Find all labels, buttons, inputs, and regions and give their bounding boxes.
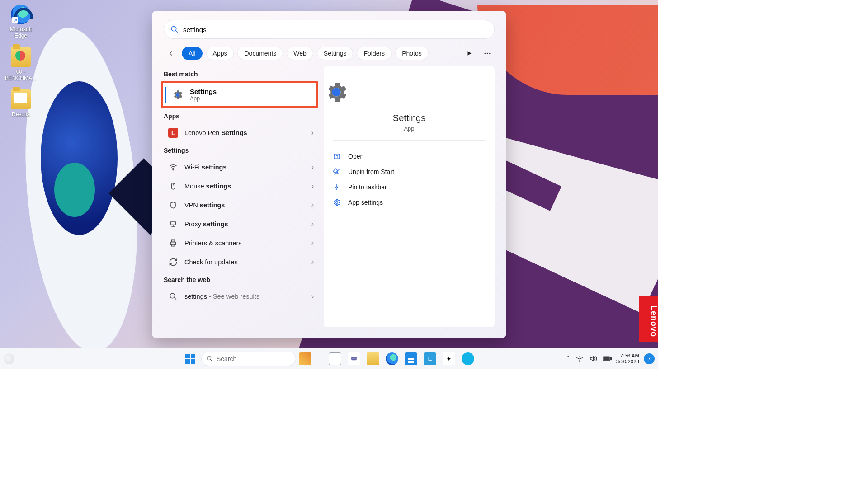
chevron-right-icon: › xyxy=(311,220,314,228)
section-apps: Apps xyxy=(164,113,318,120)
back-button[interactable] xyxy=(164,46,178,61)
desktop-icon-results[interactable]: Results xyxy=(3,89,39,117)
filter-all[interactable]: All xyxy=(182,47,203,60)
play-icon xyxy=(466,50,472,56)
start-button[interactable] xyxy=(182,351,198,367)
unpin-icon xyxy=(333,168,341,176)
folder-icon xyxy=(367,352,379,365)
section-settings: Settings xyxy=(164,147,318,154)
svg-point-22 xyxy=(336,202,338,204)
desktop-icon-edge[interactable]: ↗ Microsoft Edge xyxy=(3,5,39,39)
svg-point-7 xyxy=(173,169,174,170)
svg-point-4 xyxy=(487,53,488,54)
mouse-icon xyxy=(168,181,178,191)
task-view-button[interactable] xyxy=(327,351,343,367)
filter-photos[interactable]: Photos xyxy=(395,47,429,60)
app-icon: ✦ xyxy=(443,352,455,365)
filter-settings[interactable]: Settings xyxy=(317,47,354,60)
chevron-right-icon: › xyxy=(311,182,314,190)
notification-count[interactable]: 7 xyxy=(644,353,655,364)
desktop-icon-label: Results xyxy=(3,111,39,117)
gear-icon xyxy=(172,89,184,101)
svg-point-0 xyxy=(171,26,176,31)
result-vpn-settings[interactable]: VPN settings › xyxy=(164,196,318,215)
lenovo-app-icon: L xyxy=(168,128,178,138)
best-match-settings[interactable]: Settings App xyxy=(161,81,318,108)
search-icon xyxy=(206,355,213,362)
section-best-match: Best match xyxy=(164,70,318,78)
battery-icon[interactable] xyxy=(603,356,612,362)
file-explorer-button[interactable] xyxy=(365,351,381,367)
chevron-up-icon[interactable]: ˄ xyxy=(566,355,570,363)
more-options-button[interactable] xyxy=(480,46,495,61)
volume-icon[interactable] xyxy=(589,355,597,363)
cortana-button[interactable] xyxy=(460,351,476,367)
action-open[interactable]: Open xyxy=(324,149,495,164)
start-search-flyout: All Apps Documents Web Settings Folders … xyxy=(152,11,506,338)
taskbar-search[interactable]: Search xyxy=(201,352,296,366)
chevron-right-icon: › xyxy=(311,201,314,209)
system-tray[interactable]: ˄ xyxy=(566,355,612,363)
taskbar: Search L ✦ ˄ 7:36 AM 3/30/2023 7 xyxy=(0,348,658,369)
search-bar[interactable] xyxy=(164,20,495,39)
lenovo-l-icon: L xyxy=(424,352,436,365)
result-proxy-settings[interactable]: Proxy settings › xyxy=(164,215,318,234)
chevron-right-icon: › xyxy=(311,239,314,247)
chevron-right-icon: › xyxy=(311,163,314,171)
store-button[interactable] xyxy=(403,351,419,367)
taskbar-widgets[interactable] xyxy=(299,352,324,365)
svg-point-3 xyxy=(484,53,486,54)
svg-rect-10 xyxy=(171,221,176,225)
filter-apps[interactable]: Apps xyxy=(206,47,234,60)
result-check-updates[interactable]: Check for updates › xyxy=(164,253,318,272)
svg-line-17 xyxy=(174,297,176,300)
search-input[interactable] xyxy=(183,26,488,33)
unknown-app-button[interactable]: ✦ xyxy=(441,351,457,367)
result-lenovo-pen-settings[interactable]: L Lenovo Pen Settings › xyxy=(164,123,318,142)
desktop-icon-benchma[interactable]: 00 - BENCHMA... xyxy=(3,47,39,81)
svg-marker-29 xyxy=(590,356,594,361)
gear-icon xyxy=(333,198,341,206)
chat-button[interactable] xyxy=(346,351,362,367)
pin-icon xyxy=(333,183,341,191)
preview-subtitle: App xyxy=(324,125,495,132)
windows-logo-icon xyxy=(185,354,195,364)
filter-folders[interactable]: Folders xyxy=(357,47,392,60)
chevron-right-icon: › xyxy=(311,292,314,300)
more-horizontal-icon xyxy=(483,49,491,57)
filter-row: All Apps Documents Web Settings Folders … xyxy=(164,46,495,61)
wifi-icon xyxy=(168,162,178,172)
results-column: Best match Settings App Apps L Lenovo Pe… xyxy=(164,66,324,327)
svg-rect-32 xyxy=(604,357,609,360)
result-printers-scanners[interactable]: Printers & scanners › xyxy=(164,234,318,253)
result-wifi-settings[interactable]: Wi-Fi settings › xyxy=(164,158,318,177)
result-web-search[interactable]: settings - See web results › xyxy=(164,287,318,306)
filter-documents[interactable]: Documents xyxy=(237,47,283,60)
filter-web[interactable]: Web xyxy=(287,47,313,60)
edge-button[interactable] xyxy=(384,351,400,367)
taskbar-weather[interactable] xyxy=(4,353,14,364)
action-pin-to-taskbar[interactable]: Pin to taskbar xyxy=(324,179,495,195)
weather-icon xyxy=(4,353,14,364)
search-highlights-button[interactable] xyxy=(462,46,476,61)
taskbar-clock[interactable]: 7:36 AM 3/30/2023 xyxy=(616,353,639,365)
shield-icon xyxy=(168,200,178,210)
wifi-icon[interactable] xyxy=(576,355,584,363)
arrow-left-icon xyxy=(167,49,175,57)
lenovo-app-button[interactable]: L xyxy=(422,351,438,367)
gear-icon xyxy=(324,80,349,105)
svg-point-27 xyxy=(355,358,356,359)
action-unpin-from-start[interactable]: Unpin from Start xyxy=(324,164,495,179)
result-mouse-settings[interactable]: Mouse settings › xyxy=(164,177,318,196)
svg-point-28 xyxy=(579,361,580,361)
svg-point-23 xyxy=(207,356,211,360)
svg-rect-19 xyxy=(334,154,340,159)
svg-point-26 xyxy=(353,358,354,359)
folder-icon xyxy=(11,89,31,109)
search-icon xyxy=(170,25,179,33)
best-match-title: Settings xyxy=(190,88,217,95)
chevron-right-icon: › xyxy=(311,258,314,266)
action-app-settings[interactable]: App settings xyxy=(324,195,495,210)
svg-point-16 xyxy=(170,293,175,298)
edge-icon xyxy=(386,352,398,365)
